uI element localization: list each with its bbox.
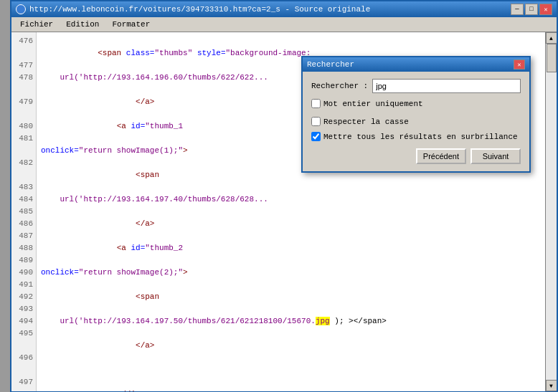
- case-sensitive-label: Respecter la casse: [323, 118, 409, 126]
- menu-formater[interactable]: Formater: [106, 19, 156, 30]
- code-line-480: </a>: [41, 218, 541, 230]
- menu-edition[interactable]: Edition: [60, 19, 105, 30]
- code-line-481b: onclick="return showImage(2);">: [41, 267, 541, 279]
- search-input[interactable]: [372, 79, 521, 93]
- code-line-485: </div>: [41, 388, 541, 391]
- checkbox-case-sensitive: Respecter la casse: [311, 117, 409, 126]
- dialog-body: Rechercher : Mot entier uniquement Respe…: [303, 72, 529, 171]
- dialog-buttons: Précédent Suivant: [311, 148, 521, 164]
- window-controls: ─ □ ✕: [511, 4, 552, 15]
- code-line-483: </a>: [41, 340, 541, 352]
- window-title: http://www.leboncoin.fr/voitures/3947333…: [29, 5, 370, 14]
- code-line-484: [41, 364, 541, 376]
- next-button[interactable]: Suivant: [470, 148, 521, 164]
- case-sensitive-checkbox[interactable]: [311, 117, 321, 126]
- scroll-thumb[interactable]: [547, 44, 557, 72]
- code-line-481: <a id="thumb_2: [41, 242, 541, 254]
- dialog-title-text: Rechercher: [307, 60, 354, 69]
- highlight-row: Mettre tous les résultats en surbrillanc…: [311, 132, 521, 141]
- search-dialog: Rechercher ✕ Rechercher : Mot entier uni…: [301, 56, 531, 173]
- browser-left-chrome: [0, 0, 10, 392]
- vertical-scrollbar[interactable]: ▲ ▼: [545, 32, 557, 391]
- menu-fichier[interactable]: Fichier: [14, 19, 59, 30]
- menu-bar: Fichier Edition Formater: [11, 17, 557, 32]
- dialog-title-bar: Rechercher ✕: [303, 57, 529, 72]
- highlight-checkbox[interactable]: [311, 132, 321, 141]
- checkbox-whole-word: Mot entier uniquement: [311, 99, 423, 108]
- scroll-up-button[interactable]: ▲: [546, 32, 557, 44]
- close-button[interactable]: ✕: [539, 4, 552, 15]
- code-line-479b: url('http://193.164.197.40/thumbs/628/62…: [41, 193, 541, 206]
- code-line-482: <span: [41, 291, 541, 303]
- code-line-482b: url('http://193.164.197.50/thumbs/621/62…: [41, 315, 541, 328]
- search-label: Rechercher :: [311, 82, 368, 90]
- highlight-label: Mettre tous les résultats en surbrillanc…: [323, 133, 518, 141]
- search-input-row: Rechercher :: [311, 79, 521, 93]
- source-title-text: http://www.leboncoin.fr/voitures/3947333…: [16, 4, 370, 14]
- scroll-track: [546, 44, 557, 380]
- line-numbers: 476 ... 477 478 ... 479 ... 480 481 ... …: [11, 32, 37, 391]
- prev-button[interactable]: Précédent: [416, 148, 466, 164]
- checkbox-row: Mot entier uniquement Respecter la casse: [311, 99, 521, 126]
- whole-word-checkbox[interactable]: [311, 99, 321, 108]
- globe-icon: [16, 4, 26, 14]
- scroll-down-button[interactable]: ▼: [546, 380, 557, 391]
- source-title-bar: http://www.leboncoin.fr/voitures/3947333…: [11, 1, 557, 17]
- whole-word-label: Mot entier uniquement: [323, 100, 423, 108]
- minimize-button[interactable]: ─: [511, 4, 524, 15]
- dialog-close-button[interactable]: ✕: [514, 59, 525, 70]
- restore-button[interactable]: □: [525, 4, 538, 15]
